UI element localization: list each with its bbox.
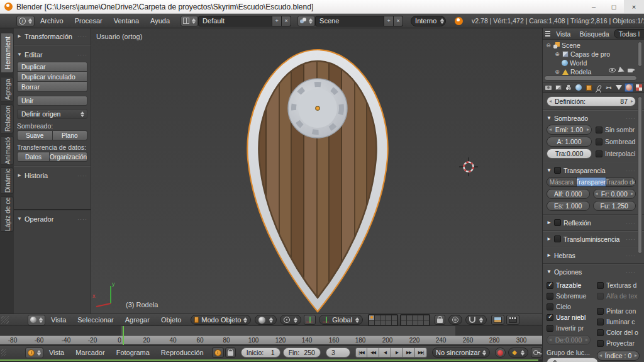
layout-add-button[interactable]: + [272, 16, 282, 26]
shadeless-checkbox[interactable]: Sin sombr [596, 126, 635, 133]
outliner-row-rodela[interactable]: ⊕ Rodela [554, 67, 591, 76]
frame-start-field[interactable]: Inicio: 1 [241, 348, 280, 358]
tab-lapiz[interactable]: Lápiz de ce [1, 196, 14, 232]
mode-dropdown[interactable]: Modo Objeto [191, 315, 251, 325]
world-props-icon[interactable] [574, 83, 583, 92]
panel-opciones[interactable]: ▼ Opciones ···· [547, 267, 636, 276]
tl-menu-fotograma[interactable]: Fotograma [111, 349, 155, 356]
transfer-data-button[interactable]: Datos [17, 152, 50, 162]
slider-left-arrow-icon[interactable]: ◂ [549, 98, 552, 104]
render-props-icon[interactable] [544, 83, 553, 92]
panel-historia[interactable]: ► Historia ···· [17, 171, 87, 180]
definition-slider[interactable]: ◂ Definición: 87 ▸ [547, 96, 636, 106]
menu-archivo[interactable]: Archivo [35, 17, 69, 25]
lock-frame-toggle[interactable] [225, 348, 236, 358]
set-origin-dropdown[interactable]: Definir origen [17, 109, 87, 119]
mirror-checkbox[interactable] [554, 219, 561, 226]
scene-lock-toggle[interactable] [435, 315, 445, 325]
tl-menu-marcador[interactable]: Marcador [70, 349, 110, 356]
outliner-row-renderlayers[interactable]: ⊕ Capas de pro [554, 50, 610, 59]
invert-zdepth-checkbox[interactable]: Invertir pr [547, 324, 594, 332]
slider-right-arrow-icon[interactable]: ▸ [631, 98, 633, 104]
tab-animacion[interactable]: Animació [1, 136, 14, 165]
shading-dropdown[interactable] [255, 315, 277, 325]
vertex-light-checkbox[interactable]: Iluminar c [597, 318, 640, 325]
shade-smooth-button[interactable]: Suave [17, 130, 53, 140]
record-button[interactable] [495, 348, 506, 358]
object-props-icon[interactable] [584, 83, 593, 92]
outliner-menu-vista[interactable]: Vista [552, 30, 575, 38]
material-props-icon[interactable] [625, 83, 633, 92]
light-group-input[interactable] [547, 358, 598, 362]
face-textures-alpha-checkbox[interactable]: Alfa de tex [597, 292, 640, 300]
current-frame-playhead[interactable] [123, 326, 124, 345]
viewport-editor-selector[interactable] [28, 315, 45, 325]
scene-props-icon[interactable] [564, 83, 573, 92]
jump-to-end-button[interactable]: ▶▶| [415, 348, 427, 358]
keying-set-dropdown[interactable]: ◆ [508, 348, 528, 358]
renderlayers-props-icon[interactable] [554, 83, 563, 92]
scene-name-field[interactable]: Scene [315, 16, 384, 26]
insert-keyframe-button[interactable] [531, 348, 542, 358]
next-keyframe-button[interactable]: ▶▶ [403, 348, 415, 358]
panel-editar[interactable]: ▼ Editar ···· [17, 50, 87, 59]
expand-icon[interactable]: ⊕ [554, 69, 560, 75]
shadow-checkbox[interactable]: Sombread [596, 138, 635, 145]
tab-agregar[interactable]: Agrega [1, 77, 14, 102]
outliner-filter-dropdown[interactable]: Todas l [614, 29, 644, 38]
outliner-menu-busqueda[interactable]: Búsqueda [575, 30, 613, 38]
outliner-row-world[interactable]: World [562, 59, 587, 67]
outliner-vscrollbar[interactable] [638, 42, 642, 67]
close-button[interactable]: × [624, 0, 644, 13]
orientation-dropdown[interactable]: Global [319, 315, 363, 325]
prev-keyframe-button[interactable]: ◀◀ [367, 348, 379, 358]
scene-delete-button[interactable]: × [394, 16, 403, 26]
render-opengl-button[interactable] [491, 315, 504, 325]
transparency-checkbox[interactable] [554, 167, 561, 174]
expand-icon[interactable]: ⊕ [554, 51, 560, 57]
layout-delete-button[interactable]: × [282, 16, 291, 26]
render-opengl-anim-button[interactable] [506, 315, 519, 325]
layer-grid-right[interactable] [400, 314, 430, 326]
duplicate-button[interactable]: Duplicar [17, 62, 87, 72]
shade-flat-button[interactable]: Plano [53, 130, 88, 140]
proportional-edit-dropdown[interactable] [448, 315, 462, 325]
panel-transparencia[interactable]: ▼ Transparencia ···· [547, 166, 636, 175]
uv-project-checkbox[interactable]: Proyectar [597, 339, 640, 347]
use-mist-checkbox[interactable]: Usar niebl [547, 314, 594, 321]
snap-dropdown[interactable] [465, 315, 487, 325]
delete-button[interactable]: Borrar [17, 82, 87, 92]
scene-browse-button[interactable] [297, 16, 315, 26]
corner-grip-icon[interactable] [1, 316, 9, 324]
outliner-icon[interactable] [545, 31, 550, 37]
ztransp-option[interactable]: Transparen [576, 178, 606, 186]
vp-menu-vista[interactable]: Vista [45, 316, 72, 324]
fresnel-slider[interactable]: ◂Fr: 0.000▸ [593, 189, 636, 199]
play-button[interactable]: ▶ [391, 348, 403, 358]
tl-menu-vista[interactable]: Vista [43, 349, 70, 356]
cursor-arrow-icon[interactable] [618, 67, 626, 74]
scene-add-button[interactable]: + [384, 16, 394, 26]
panel-operador[interactable]: ▼ Operador ···· [17, 214, 87, 223]
editor-type-selector[interactable]: i [16, 16, 35, 26]
texture-props-icon[interactable] [635, 83, 643, 92]
timeline-editor[interactable]: -80 -60 -40 -20 0 20 40 60 80 100 120 14… [0, 326, 542, 345]
use-preview-range-toggle[interactable] [212, 348, 224, 358]
blend-slider[interactable]: Fu: 1.250 [593, 201, 636, 211]
zoffset-slider[interactable]: ◂De:0.000▸ [547, 335, 591, 345]
vp-menu-objeto[interactable]: Objeto [155, 316, 187, 324]
tab-relaciones[interactable]: Relacion [1, 105, 14, 133]
ambient-slider[interactable]: A: 1.000 [547, 137, 592, 147]
vp-menu-seleccionar[interactable]: Seleccionar [72, 316, 119, 324]
outliner-hscrollbar[interactable] [544, 76, 637, 81]
manipulator-toggle[interactable] [304, 315, 316, 325]
outliner-row-scene[interactable]: ⊖ Scene [545, 41, 580, 50]
mask-option[interactable]: Máscara [547, 178, 576, 186]
object-color-checkbox[interactable]: Color del o [597, 329, 640, 336]
panel-hebras[interactable]: ► Hebras ···· [547, 251, 636, 260]
jump-to-start-button[interactable]: |◀◀ [355, 348, 367, 358]
layer-cell-active[interactable] [369, 315, 374, 320]
transfer-organization-button[interactable]: Organización [50, 152, 87, 162]
sync-dropdown[interactable]: No sincronizar [432, 348, 490, 358]
vp-menu-agregar[interactable]: Agregar [119, 316, 155, 324]
